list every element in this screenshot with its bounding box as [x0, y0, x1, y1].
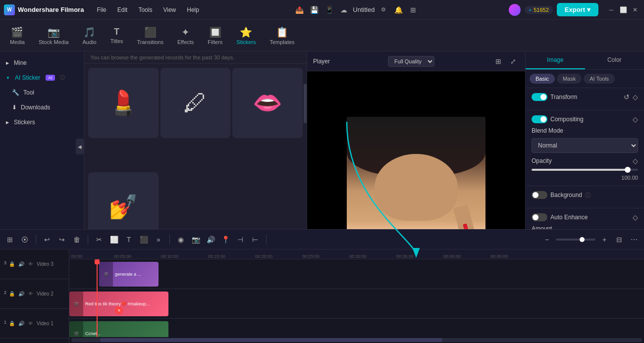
background-toggle[interactable]: [532, 191, 547, 199]
avatar[interactable]: [509, 4, 521, 16]
tool-audio[interactable]: 🎵 Audio: [77, 23, 103, 48]
sticker-item-3[interactable]: 👄: [232, 68, 303, 138]
timeline-scrollbar[interactable]: [71, 338, 642, 342]
transform-diamond-icon[interactable]: ◇: [633, 93, 638, 101]
share-icon[interactable]: 📤: [293, 4, 305, 16]
split-button[interactable]: ⊣: [234, 234, 246, 245]
fullscreen-icon[interactable]: ⤢: [507, 55, 519, 67]
track1-audio-icon[interactable]: 🔊: [17, 320, 25, 328]
quality-select[interactable]: Full Quality: [388, 56, 434, 67]
layout-button[interactable]: ⊟: [613, 234, 625, 245]
blend-mode-select[interactable]: Normal: [532, 138, 638, 153]
tool-transitions[interactable]: ⬛ Transitions: [131, 23, 169, 48]
track2-eye-icon[interactable]: 👁: [27, 290, 35, 298]
opacity-diamond-icon[interactable]: ◇: [633, 157, 638, 165]
delete-button[interactable]: 🗑: [71, 234, 83, 245]
tool-templates[interactable]: 📋 Templates: [264, 23, 300, 48]
subtab-mask[interactable]: Mask: [557, 74, 582, 84]
export-label: Export: [565, 6, 585, 13]
transform-reset-icon[interactable]: ↺: [624, 93, 630, 101]
ripple-button[interactable]: ⊢: [249, 234, 261, 245]
transform-toggle[interactable]: [532, 93, 547, 101]
clip-video1[interactable]: 🎬 Ccnet...: [69, 321, 168, 337]
more-button[interactable]: »: [153, 234, 164, 245]
project-settings-icon[interactable]: ⚙: [377, 4, 389, 16]
tool-stickers[interactable]: ⭐ Stickers: [230, 23, 262, 48]
collapse-panel-button[interactable]: ◀: [76, 139, 84, 154]
view-toggle-button[interactable]: ⊞: [4, 234, 16, 245]
auto-enhance-diamond-icon[interactable]: ◇: [633, 213, 638, 221]
redo-button[interactable]: ↪: [56, 234, 68, 245]
nav-ai-sticker[interactable]: ▼ AI Sticker AI ⓘ: [0, 70, 84, 85]
compositing-toggle[interactable]: [532, 115, 547, 123]
track3-lock-icon[interactable]: 🔒: [8, 260, 16, 268]
subtab-basic[interactable]: Basic: [530, 74, 555, 84]
track3-audio-icon[interactable]: 🔊: [17, 260, 25, 268]
tool-effects[interactable]: ✦ Effects: [171, 23, 200, 48]
opacity-fill: [532, 169, 628, 171]
nav-tool-label: Tool: [23, 89, 34, 96]
undo-button[interactable]: ↩: [41, 234, 53, 245]
notification-icon[interactable]: 🔔: [392, 4, 404, 16]
nav-mine[interactable]: ▶ Mine: [0, 55, 84, 70]
menu-bar: File Edit Tools View Help: [92, 4, 204, 15]
opacity-thumb[interactable]: [625, 167, 631, 173]
menu-tools[interactable]: Tools: [133, 4, 157, 15]
compositing-diamond-icon[interactable]: ◇: [633, 115, 638, 123]
crop-button[interactable]: ⬜: [108, 234, 120, 245]
tab-color[interactable]: Color: [585, 51, 644, 69]
track2-audio-icon[interactable]: 🔊: [17, 290, 25, 298]
scene-detect-button[interactable]: ⦿: [19, 234, 31, 245]
apps-icon[interactable]: ⊞: [407, 4, 419, 16]
nav-downloads[interactable]: ⬇ Downloads: [0, 100, 84, 115]
menu-view[interactable]: View: [158, 4, 181, 15]
tool-media[interactable]: 🎬 Media: [4, 23, 31, 48]
nav-stickers[interactable]: ▶ Stickers: [0, 115, 84, 130]
track2-lock-icon[interactable]: 🔒: [8, 290, 16, 298]
audio-track-button[interactable]: ◉: [175, 234, 187, 245]
track1-eye-icon[interactable]: 👁: [27, 320, 35, 328]
track3-eye-icon[interactable]: 👁: [27, 260, 35, 268]
text-button[interactable]: T: [123, 234, 135, 245]
save-icon[interactable]: 💾: [308, 4, 320, 16]
tab-image[interactable]: Image: [526, 51, 585, 69]
cloud-icon[interactable]: ☁: [338, 4, 350, 16]
zoom-slider[interactable]: [556, 239, 595, 241]
zoom-out-button[interactable]: −: [541, 234, 553, 245]
grid-view-icon[interactable]: ⊞: [492, 55, 504, 67]
add-video-button[interactable]: 📷: [190, 234, 202, 245]
menu-file[interactable]: File: [92, 4, 111, 15]
maximize-button[interactable]: ⬜: [618, 5, 628, 15]
export-button[interactable]: Export ▾: [557, 3, 598, 16]
subtab-aitools[interactable]: AI Tools: [584, 74, 615, 84]
background-info-icon[interactable]: ⓘ: [585, 192, 590, 199]
menu-help[interactable]: Help: [182, 4, 204, 15]
tool-filters[interactable]: 🔲 Filters: [202, 23, 228, 48]
record-button[interactable]: ⬛: [138, 234, 150, 245]
credits-button[interactable]: + 51652: [525, 6, 553, 14]
clip-video2[interactable]: 🎬 Red tips tik theory❤️ #makeup... ✕: [69, 292, 168, 316]
ruler-mark-9: 00:45:00: [490, 254, 508, 259]
timeline-scroll-thumb[interactable]: [100, 338, 442, 342]
settings-button[interactable]: ⋯: [628, 234, 640, 245]
detach-audio-button[interactable]: 🔊: [205, 234, 216, 245]
tool-stock[interactable]: 📷 Stock Media: [33, 23, 75, 48]
add-marker-button[interactable]: 📍: [219, 234, 231, 245]
minimize-button[interactable]: ─: [606, 5, 616, 15]
close-button[interactable]: ✕: [630, 5, 640, 15]
cut-button[interactable]: ✂: [93, 234, 105, 245]
timeline-toolbar: ⊞ ⦿ ↩ ↪ 🗑 ✂ ⬜ T ⬛ » ◉ 📷 🔊 📍 ⊣ ⊢ − + ⊟ ⋯: [0, 230, 644, 249]
track1-lock-icon[interactable]: 🔒: [8, 320, 16, 328]
tool-titles[interactable]: T Titles: [105, 24, 129, 47]
sticker-item-2[interactable]: 🖊: [161, 68, 231, 138]
sticker-item-1[interactable]: 💄: [88, 68, 159, 138]
clip-video3[interactable]: 🎬 generate a ...: [99, 262, 159, 287]
export-chevron: ▾: [587, 6, 590, 13]
menu-edit[interactable]: Edit: [112, 4, 133, 15]
auto-enhance-toggle[interactable]: [532, 213, 547, 221]
zoom-thumb[interactable]: [580, 237, 585, 242]
phone-icon[interactable]: 📱: [323, 4, 335, 16]
opacity-value: 100.00: [532, 175, 638, 181]
zoom-in-button[interactable]: +: [598, 234, 610, 245]
nav-tool[interactable]: 🔧 Tool: [0, 85, 84, 100]
